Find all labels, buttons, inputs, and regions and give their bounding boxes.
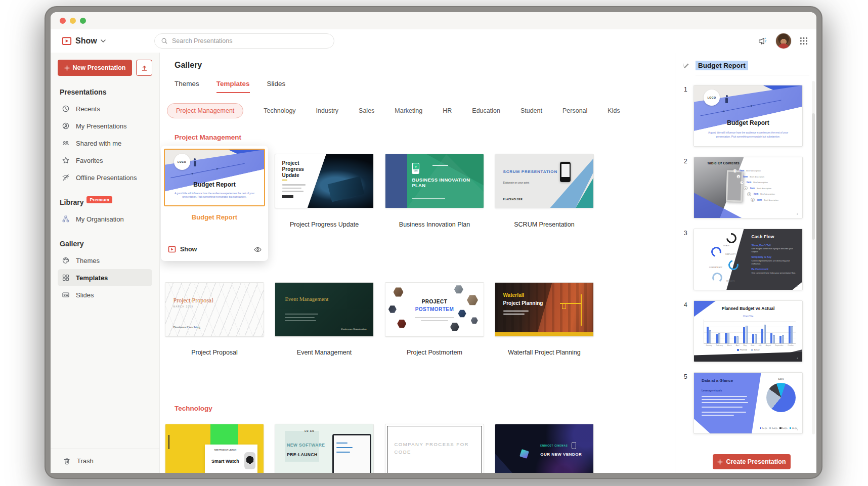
template-card-company-process-for-code[interactable]: COMPANY PROCESS FOR CODE	[385, 424, 484, 473]
sidebar-item-label: Favorites	[76, 157, 103, 164]
slide4-legend: PlannedActual	[694, 349, 802, 351]
sidebar-item-label: Offline Presentations	[76, 174, 137, 182]
slide5-pie-chart	[766, 383, 796, 412]
sidebar-item-favorites[interactable]: Favorites	[58, 152, 152, 169]
search-input[interactable]	[172, 37, 328, 45]
template-card-new-software-pre-launch[interactable]: LO GO NEW SOFTWARE PRE-LAUNCH	[275, 424, 374, 473]
sidebar-item-shared-with-me[interactable]: Shared with me	[58, 135, 152, 152]
template-card-scrum-presentation[interactable]: SCRUM PRESENTATION Elaborate on your poi…	[495, 154, 594, 208]
sidebar-item-my-organisation[interactable]: My Organisation	[58, 210, 152, 228]
template-card-waterfall-project-planning[interactable]: Waterfall Project Planning Waterfall Pro…	[495, 282, 594, 337]
close-window-button[interactable]	[60, 18, 66, 24]
clock-icon	[62, 105, 70, 113]
minimize-window-button[interactable]	[70, 18, 76, 24]
scrollbar-thumb[interactable]	[812, 113, 815, 240]
sidebar: New Presentation Presentations RecentsMy…	[51, 53, 160, 473]
create-presentation-button[interactable]: Create Presentation	[713, 454, 791, 469]
app-menu[interactable]: Show	[62, 36, 106, 46]
sidebar-item-label: Recents	[76, 105, 100, 113]
user-icon	[62, 122, 70, 130]
chip-personal[interactable]: Personal	[562, 107, 587, 114]
template-card-budget-report[interactable]: LOGO Budget Report A good title will inf…	[161, 146, 268, 261]
search-icon	[161, 37, 168, 45]
template-card-event-management[interactable]: Event Management Conference Organization…	[275, 282, 374, 337]
offline-icon	[62, 173, 70, 182]
sidebar-item-label: Slides	[76, 291, 94, 299]
section-heading-technology: Technology	[175, 405, 212, 412]
slide5-legend: 1st Qtr2nd Qtr3rd Qtr4th Qtr	[757, 427, 800, 429]
presentation-title[interactable]: Budget Report	[696, 61, 748, 70]
user-avatar[interactable]	[776, 33, 791, 49]
upload-button[interactable]	[136, 60, 152, 76]
template-card-project-postmortem[interactable]: PROJECT POSTMORTEM Project Postmortem	[385, 282, 484, 337]
toc-row: 6ItemBrief description	[751, 198, 799, 202]
sidebar-item-templates[interactable]: Templates	[58, 269, 152, 286]
toc-row: 2ItemBrief description	[736, 174, 799, 179]
sidebar-item-recents[interactable]: Recents	[58, 100, 152, 117]
app-name: Show	[75, 36, 97, 46]
chip-sales[interactable]: Sales	[359, 107, 374, 114]
sidebar-item-label: Shared with me	[76, 140, 121, 147]
slide-thumbnail-3[interactable]: Cash Flow Show, Don't TellUse images rat…	[693, 229, 803, 290]
announcements-icon[interactable]	[757, 36, 768, 47]
slide-thumbnail-5[interactable]: Data at a Glance Leverage visuals Sales …	[693, 372, 803, 434]
apps-grid-icon[interactable]	[799, 36, 808, 46]
app-window: Show New Presentation Presen	[51, 12, 816, 473]
titlebar	[51, 12, 816, 29]
template-card-our-new-vendor[interactable]: ENDICOT CINEMAS OUR NEW VENDOR	[495, 424, 594, 473]
template-card-business-innovation-plan[interactable]: ⌄Carlo BUSINESS INNOVATION PLAN Business…	[385, 154, 484, 208]
slides-icon	[62, 291, 70, 299]
sidebar-item-offline-presentations[interactable]: Offline Presentations	[58, 169, 152, 186]
zoom-window-button[interactable]	[80, 18, 86, 24]
section-heading-project-management: Project Management	[175, 134, 241, 141]
slide-thumbnail-2[interactable]: Table Of Contents 1ItemBrief description…	[693, 157, 803, 218]
star-icon	[62, 156, 70, 164]
trash-icon	[63, 457, 71, 465]
chip-project-management[interactable]: Project Management	[167, 103, 243, 118]
chip-education[interactable]: Education	[472, 107, 500, 114]
slide-thumbnail-1[interactable]: LOGO Budget Report A good title will inf…	[693, 85, 803, 147]
tab-themes[interactable]: Themes	[175, 80, 199, 93]
show-logo-icon	[168, 245, 176, 253]
new-presentation-button[interactable]: New Presentation	[58, 60, 132, 76]
sidebar-item-slides[interactable]: Slides	[58, 286, 152, 303]
chip-technology[interactable]: Technology	[264, 107, 295, 114]
chip-hr[interactable]: HR	[443, 107, 452, 114]
chip-student[interactable]: Student	[520, 107, 542, 114]
chip-marketing[interactable]: Marketing	[395, 107, 422, 114]
template-card-project-progress-update[interactable]: Project Progress Update Project Progress…	[275, 154, 374, 208]
toc-row: 4ItemBrief description	[744, 186, 799, 190]
slide4-months: JanuaryFebruaryMarchAprilMayJuneJulyAugu…	[704, 344, 796, 346]
sidebar-item-my-presentations[interactable]: My Presentations	[58, 117, 152, 135]
users-icon	[62, 139, 70, 147]
upload-icon	[141, 64, 148, 72]
toc-row: 1ItemBrief description	[733, 169, 799, 173]
organisation-icon	[62, 215, 70, 223]
tab-templates[interactable]: Templates	[216, 80, 250, 93]
template-card-smart-watch[interactable]: NEW PRODUCT LAUNCH Smart Watch	[165, 424, 264, 473]
template-thumbnail: LOGO Budget Report A good title will inf…	[164, 149, 265, 206]
preview-panel: Budget Report 1 LOGO Budget Report A goo…	[675, 53, 816, 473]
edit-title-pencil-icon[interactable]	[683, 62, 690, 69]
chip-industry[interactable]: Industry	[316, 107, 338, 114]
search-bar	[154, 33, 334, 49]
chip-kids[interactable]: Kids	[607, 107, 620, 114]
section-title-gallery: Gallery	[60, 240, 152, 248]
sidebar-item-label: Templates	[76, 274, 108, 282]
tab-slides[interactable]: Slides	[267, 80, 286, 93]
template-card-project-proposal[interactable]: Project Proposal MARCH 2019 Business Coa…	[165, 282, 264, 337]
preview-eye-icon[interactable]	[253, 245, 262, 254]
slide4-chart	[704, 320, 796, 344]
sidebar-item-trash[interactable]: Trash	[51, 449, 159, 473]
section-title-library: Library Premium	[60, 198, 152, 206]
gallery-main: Gallery Themes Templates Slides Project …	[160, 53, 675, 473]
sidebar-item-label: My Organisation	[76, 215, 124, 223]
slide-thumbnail-4[interactable]: Planned Budget vs Actual Chart Title Jan…	[693, 300, 803, 362]
sidebar-item-label: Themes	[76, 257, 100, 264]
section-title-presentations: Presentations	[60, 88, 152, 96]
sidebar-item-themes[interactable]: Themes	[58, 252, 152, 269]
toc-row: 3ItemBrief description	[740, 181, 799, 185]
toc-row: 5ItemBrief description	[747, 192, 799, 196]
slide-logo: LOGO	[174, 154, 190, 170]
chevron-down-icon	[101, 39, 106, 43]
